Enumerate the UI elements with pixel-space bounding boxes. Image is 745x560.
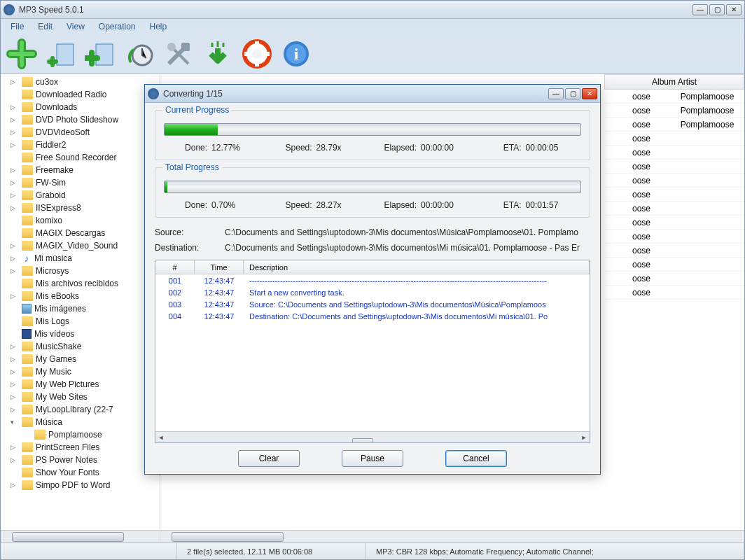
settings-button[interactable] [162, 37, 195, 71]
log-scrollbar[interactable]: ◄ ► [155, 431, 590, 442]
expander-icon[interactable]: ▷ [11, 293, 18, 300]
tree-item[interactable]: ▷PS Power Notes [1, 454, 160, 466]
folder-tree[interactable]: ▷cu3oxDownloaded Radio▷Downloads▷DVD Pho… [1, 74, 160, 530]
expander-icon[interactable]: ▷ [11, 179, 18, 186]
tree-item[interactable]: ▷DVDVideoSoft [1, 126, 160, 139]
tree-item[interactable]: Show Your Fonts [1, 466, 160, 479]
menu-operation[interactable]: Operation [92, 20, 143, 33]
tree-item[interactable]: ▾Música [1, 416, 160, 428]
table-row[interactable]: oosePomplamoose [604, 118, 744, 132]
tree-item[interactable]: ▷MusicShake [1, 340, 160, 353]
timer-button[interactable] [123, 37, 156, 71]
tree-item[interactable]: Downloaded Radio [1, 88, 160, 101]
tree-item[interactable]: MAGIX Descargas [1, 227, 160, 239]
tree-item[interactable]: ▷Freemake [1, 164, 160, 176]
add-folder-button[interactable] [44, 37, 78, 71]
pause-button[interactable]: Pause [342, 450, 403, 467]
tree-item[interactable]: Mis Logs [1, 315, 160, 328]
expander-icon[interactable]: ▷ [11, 242, 18, 249]
tree-item[interactable]: ▷My Web Sites [1, 391, 160, 403]
maximize-button[interactable]: ▢ [709, 4, 725, 15]
tree-item[interactable]: ▷DVD Photo Slideshow [1, 113, 160, 126]
expander-icon[interactable]: ▷ [11, 255, 18, 262]
list-scrollbar[interactable] [160, 530, 744, 542]
tree-item[interactable]: ▷Microsys [1, 265, 160, 277]
expander-icon[interactable]: ▷ [11, 406, 18, 413]
tree-item[interactable]: ▷My Music [1, 365, 160, 378]
expander-icon[interactable]: ▷ [11, 192, 18, 199]
log-row[interactable]: 00112:43:47-----------------------------… [155, 274, 590, 286]
expander-icon[interactable]: ▷ [11, 167, 18, 174]
menu-view[interactable]: View [60, 20, 92, 33]
expander-icon[interactable]: ▷ [11, 356, 18, 363]
table-row[interactable]: oose [604, 216, 744, 230]
tree-item[interactable]: ▷♪Mi música [1, 252, 160, 265]
expander-icon[interactable]: ▷ [11, 104, 18, 111]
tree-item[interactable]: ▷MyLoopLibrary (22-7 [1, 403, 160, 416]
main-titlebar[interactable]: MP3 Speed 5.0.1 — ▢ ✕ [1, 1, 744, 19]
tree-item[interactable]: ▷PrintScreen Files [1, 441, 160, 454]
menu-edit[interactable]: Edit [31, 20, 60, 33]
tree-item[interactable]: Free Sound Recorder [1, 151, 160, 164]
tree-item[interactable]: ▷Graboid [1, 189, 160, 202]
scrollbar-thumb[interactable] [352, 438, 373, 444]
dialog-titlebar[interactable]: Converting 1/15 — ▢ ✕ [145, 85, 600, 103]
log-row[interactable]: 00212:43:47Start a new converting task. [155, 286, 590, 298]
tree-item[interactable]: ▷MAGIX_Video_Sound [1, 239, 160, 252]
scroll-left-icon[interactable]: ◄ [155, 434, 167, 441]
dialog-minimize-button[interactable]: — [548, 88, 564, 99]
expander-icon[interactable]: ▾ [11, 419, 18, 426]
table-row[interactable]: oose [604, 174, 744, 188]
scroll-right-icon[interactable]: ► [578, 434, 590, 441]
tree-item[interactable]: ▷Downloads [1, 101, 160, 113]
info-button[interactable]: i [279, 37, 313, 71]
expander-icon[interactable]: ▷ [11, 381, 18, 388]
add-list-button[interactable] [83, 37, 117, 71]
expander-icon[interactable]: ▷ [11, 141, 18, 148]
scrollbar-thumb[interactable] [12, 532, 124, 542]
close-button[interactable]: ✕ [726, 4, 741, 15]
table-row[interactable]: oose [604, 230, 744, 244]
table-row[interactable]: oosePomplamoose [604, 104, 744, 118]
tree-item[interactable]: ▷Simpo PDF to Word [1, 479, 160, 491]
expander-icon[interactable]: ▷ [11, 444, 18, 451]
expander-icon[interactable]: ▷ [11, 368, 18, 375]
tree-item[interactable]: ▷My Web Pictures [1, 378, 160, 391]
expander-icon[interactable]: ▷ [11, 267, 18, 274]
table-row[interactable]: oose [604, 286, 744, 300]
table-row[interactable]: oose [604, 244, 744, 258]
minimize-button[interactable]: — [692, 4, 708, 15]
log-col-desc[interactable]: Description [244, 260, 590, 274]
log-row[interactable]: 00312:43:47Source: C:\Documents and Sett… [155, 298, 590, 310]
expander-icon[interactable]: ▷ [11, 482, 18, 489]
add-file-button[interactable] [5, 37, 39, 71]
download-button[interactable] [201, 37, 235, 71]
log-col-time[interactable]: Time [195, 260, 244, 274]
expander-icon[interactable]: ▷ [11, 116, 18, 123]
tree-item[interactable]: ▷IISExpress8 [1, 202, 160, 214]
tree-item[interactable]: ▷cu3ox [1, 76, 160, 88]
tree-item[interactable]: Mis imágenes [1, 302, 160, 315]
table-row[interactable]: oose [604, 202, 744, 216]
scrollbar-thumb[interactable] [172, 532, 284, 542]
tree-item[interactable]: komixo [1, 214, 160, 227]
log-col-no[interactable]: # [155, 260, 195, 274]
table-row[interactable]: oose [604, 188, 744, 202]
menu-file[interactable]: File [4, 20, 31, 33]
column-header-album-artist[interactable]: Album Artist [604, 74, 744, 90]
expander-icon[interactable]: ▷ [11, 129, 18, 136]
table-row[interactable]: oose [604, 146, 744, 160]
tree-item[interactable]: ▷Fiddler2 [1, 139, 160, 151]
expander-icon[interactable]: ▷ [11, 204, 18, 211]
expander-icon[interactable]: ▷ [11, 343, 18, 350]
table-row[interactable]: oosePomplamoose [604, 90, 744, 104]
cancel-button[interactable]: Cancel [445, 450, 507, 467]
log-row[interactable]: 00412:43:47Destination: C:\Documents and… [155, 310, 590, 322]
dialog-maximize-button[interactable]: ▢ [565, 88, 580, 99]
dialog-close-button[interactable]: ✕ [582, 88, 597, 99]
help-button[interactable] [240, 37, 274, 71]
table-row[interactable]: oose [604, 258, 744, 272]
tree-item[interactable]: ▷FW-Sim [1, 176, 160, 189]
tree-scrollbar[interactable] [1, 530, 160, 542]
clear-button[interactable]: Clear [238, 450, 300, 467]
